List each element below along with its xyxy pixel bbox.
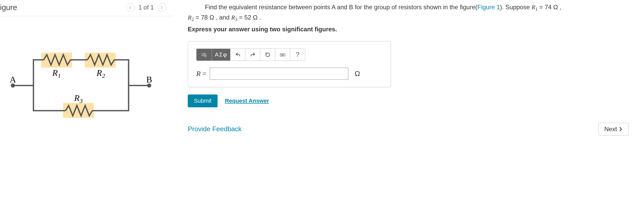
request-answer-link[interactable]: Request Answer: [225, 98, 269, 104]
action-row: Submit Request Answer: [188, 94, 629, 107]
greek-symbols-button[interactable]: ΑΣφ: [212, 49, 230, 61]
question-text: Find the equivalent resistance between p…: [188, 3, 629, 23]
provide-feedback-link[interactable]: Provide Feedback: [188, 125, 242, 133]
label-A: A: [10, 75, 16, 84]
svg-rect-10: [281, 54, 281, 54]
answer-unit: Ω: [355, 70, 360, 78]
svg-rect-5: [202, 53, 204, 55]
figure-link[interactable]: Figure 1: [477, 4, 500, 11]
keyboard-button[interactable]: [275, 49, 290, 61]
svg-rect-11: [282, 54, 282, 54]
input-label: R =: [196, 70, 207, 78]
instruction-text: Express your answer using two significan…: [188, 26, 629, 33]
svg-text:x: x: [205, 53, 206, 54]
question-panel: Find the equivalent resistance between p…: [172, 0, 644, 209]
figure-header: igure 1 of 1: [0, 0, 172, 16]
fraction-template-icon: x: [201, 52, 207, 58]
redo-icon: [250, 52, 256, 58]
next-button-label: Next: [604, 126, 617, 133]
figure-pager-text: 1 of 1: [138, 4, 154, 11]
label-R1: R1: [52, 68, 61, 79]
undo-icon: [235, 52, 241, 58]
submit-button[interactable]: Submit: [188, 94, 218, 107]
figure-next-button[interactable]: [157, 3, 166, 12]
label-B: B: [146, 75, 152, 84]
figure-title: igure: [0, 3, 17, 12]
chevron-right-icon: [619, 127, 623, 131]
svg-rect-13: [283, 54, 284, 54]
chevron-right-icon: [160, 5, 163, 10]
svg-rect-12: [283, 54, 283, 54]
reset-icon: [265, 52, 271, 58]
answer-box: x ΑΣφ ? R =: [188, 41, 391, 87]
label-R3: R3: [74, 93, 83, 104]
template-button[interactable]: x: [196, 49, 212, 61]
label-R2: R2: [96, 68, 105, 79]
svg-rect-9: [280, 53, 285, 56]
figure-prev-button[interactable]: [126, 3, 135, 12]
svg-rect-14: [281, 55, 284, 55]
figure-panel: igure 1 of 1 A B: [0, 0, 172, 209]
figure-nav: 1 of 1: [126, 3, 166, 12]
svg-rect-8: [204, 55, 206, 57]
circuit-figure: A B R1 R2 R3: [5, 42, 172, 120]
chevron-left-icon: [129, 5, 132, 10]
redo-button[interactable]: [245, 49, 260, 61]
undo-button[interactable]: [230, 49, 245, 61]
answer-input[interactable]: [210, 68, 348, 80]
footer-row: Provide Feedback Next: [188, 123, 629, 136]
equation-toolbar: x ΑΣφ ?: [196, 49, 305, 61]
reset-button[interactable]: [260, 49, 275, 61]
answer-input-row: R = Ω: [196, 68, 382, 80]
help-button[interactable]: ?: [290, 49, 305, 61]
next-button[interactable]: Next: [598, 123, 629, 136]
keyboard-icon: [280, 52, 285, 58]
